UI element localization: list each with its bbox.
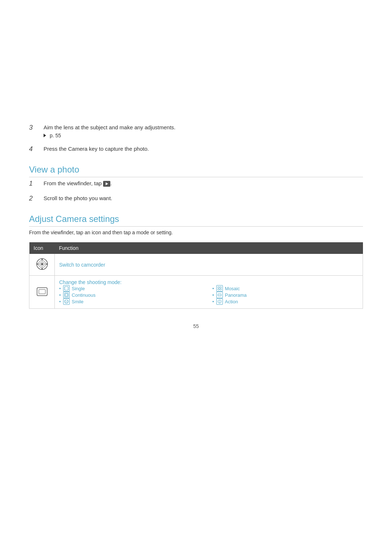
shooting-svg-icon	[36, 285, 49, 298]
step-4-text: Press the Camera key to capture the phot…	[44, 145, 149, 153]
svg-point-15	[66, 301, 67, 301]
continuous-mode-icon	[63, 292, 70, 298]
svg-point-3	[41, 263, 43, 265]
mode-mosaic: • Mosaic	[212, 285, 358, 292]
svg-rect-6	[37, 264, 38, 265]
step-4: 4 Press the Camera key to capture the ph…	[29, 145, 363, 153]
smile-mode-icon	[63, 298, 70, 305]
view-step-2: 2 Scroll to the photo you want.	[29, 194, 363, 203]
view-step-1-text: From the viewfinder, tap .	[44, 179, 112, 188]
table-row-shooting: Change the shooting mode: • Single	[29, 276, 363, 309]
shooting-function-cell: Change the shooting mode: • Single	[55, 276, 363, 309]
mosaic-mode-icon	[216, 285, 223, 292]
section-adjust-desc: From the viewfinder, tap an icon and the…	[29, 229, 363, 236]
mode-continuous: • Continuous	[59, 292, 205, 298]
svg-rect-9	[39, 289, 45, 294]
table-row-camcorder: Switch to camcorder	[29, 254, 363, 276]
view-step-number-1: 1	[29, 179, 38, 187]
single-label: Single	[72, 286, 85, 291]
mode-panorama: • Panorama	[212, 292, 358, 298]
svg-rect-17	[220, 287, 221, 288]
view-step-number-2: 2	[29, 194, 38, 202]
shooting-icon-cell	[29, 276, 55, 309]
section-heading-adjust: Adjust Camera settings	[29, 214, 363, 227]
mode-action: • Action	[212, 298, 358, 305]
modes-right: • Mosaic	[212, 285, 358, 305]
panorama-label: Panorama	[225, 292, 247, 298]
single-mode-icon	[63, 285, 70, 292]
section-heading-view: View a photo	[29, 165, 363, 177]
table-header-function: Function	[55, 242, 363, 254]
mosaic-label: Mosaic	[225, 286, 240, 291]
step-number-4: 4	[29, 145, 38, 153]
continuous-label: Continuous	[72, 292, 96, 298]
svg-rect-20	[218, 294, 221, 296]
step-3-subref: p. 55	[44, 133, 176, 138]
svg-rect-7	[46, 264, 48, 265]
page-content: 3 Aim the lens at the subject and make a…	[0, 0, 392, 344]
svg-rect-8	[37, 288, 47, 296]
camcorder-function-text: Switch to camcorder	[55, 254, 363, 276]
shooting-modes-grid: • Single • Conti	[59, 285, 358, 305]
action-label: Action	[225, 299, 238, 304]
mode-single: • Single	[59, 285, 205, 292]
step-3: 3 Aim the lens at the subject and make a…	[29, 123, 363, 138]
svg-rect-16	[218, 287, 219, 288]
view-step-1: 1 From the viewfinder, tap .	[29, 179, 363, 188]
svg-rect-4	[41, 259, 42, 260]
page-number: 55	[29, 323, 363, 329]
svg-point-14	[65, 301, 66, 301]
arrow-icon	[44, 134, 46, 137]
svg-rect-11	[65, 293, 68, 297]
svg-rect-10	[65, 287, 68, 290]
svg-rect-5	[41, 268, 42, 270]
page-ref-3: p. 55	[50, 133, 61, 138]
settings-table: Icon Function	[29, 242, 363, 309]
shooting-mode-label: Change the shooting mode:	[59, 279, 358, 285]
smile-label: Smile	[72, 299, 84, 304]
mode-smile: • Smile	[59, 298, 205, 305]
svg-rect-18	[218, 289, 219, 290]
action-mode-icon	[216, 298, 223, 305]
table-header-icon: Icon	[29, 242, 55, 254]
camcorder-icon-cell	[29, 254, 55, 276]
view-step-2-text: Scroll to the photo you want.	[44, 194, 112, 203]
modes-left: • Single • Conti	[59, 285, 205, 305]
play-icon	[103, 181, 110, 187]
panorama-mode-icon	[216, 292, 223, 298]
step-3-text: Aim the lens at the subject and make any…	[44, 123, 176, 132]
camcorder-svg-icon	[36, 258, 49, 271]
svg-rect-19	[220, 289, 221, 290]
step-number-3: 3	[29, 123, 38, 131]
svg-rect-12	[65, 294, 68, 296]
svg-point-13	[65, 300, 68, 303]
